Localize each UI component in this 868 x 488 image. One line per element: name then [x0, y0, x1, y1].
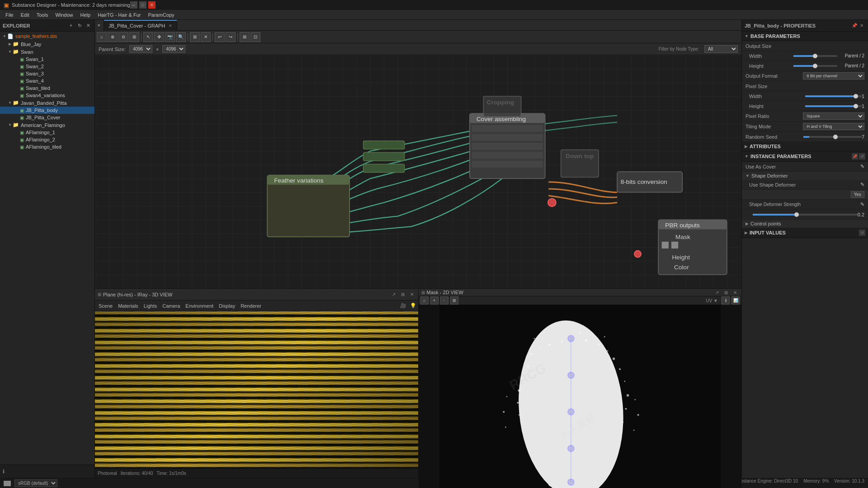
- section-attributes[interactable]: ▶ ATTRIBUTES: [742, 142, 868, 151]
- toolbar-display[interactable]: Display: [217, 303, 237, 309]
- menu-file[interactable]: File: [2, 11, 17, 19]
- toolbar-camera-icon[interactable]: 🎥: [400, 303, 406, 309]
- toolbar-btn-camera[interactable]: 📷: [165, 32, 175, 42]
- close-button[interactable]: ✕: [148, 1, 156, 9]
- shape-strength-edit[interactable]: ✎: [860, 202, 864, 207]
- 2d-toolbar-zoom-in[interactable]: +: [430, 296, 439, 305]
- toolbar-btn-search[interactable]: 🔍: [176, 32, 186, 42]
- toolbar-btn-move[interactable]: ✥: [154, 32, 164, 42]
- tree-item-swantiled[interactable]: ▣ Swan_tiled: [0, 84, 94, 92]
- toolbar-camera[interactable]: Camera: [160, 303, 182, 309]
- explorer-new-button[interactable]: +: [67, 22, 75, 29]
- graph-canvas-area[interactable]: RRCG 人人素材 人人素材: [95, 55, 741, 288]
- subsection-control-points[interactable]: ▶ Control points: [742, 220, 868, 228]
- tree-item-aflamingotiled[interactable]: ▣ AFlamingo_tiled: [0, 143, 94, 150]
- parent-width-select[interactable]: 4096 2048 1024: [129, 45, 152, 53]
- tree-item-swan2[interactable]: ▣ Swan_2: [0, 63, 94, 70]
- tree-item-bluejay[interactable]: ▶ 📁 Blue_Jay: [0, 40, 94, 48]
- tree-item-aflamingo1[interactable]: ▣ AFlamingo_1: [0, 129, 94, 136]
- section-input-values[interactable]: ▶ INPUT VALUES ↺: [742, 228, 868, 238]
- toolbar-btn-fit[interactable]: ⊞: [129, 32, 139, 42]
- maximize-button[interactable]: □: [139, 1, 146, 9]
- pixel-ratio-select[interactable]: Square 2:1: [803, 113, 865, 120]
- section-base-params[interactable]: ▼ BASE PARAMETERS: [742, 32, 868, 41]
- tree-item-swan4var[interactable]: ▣ Swan4_variations: [0, 92, 94, 99]
- filter-type-select[interactable]: All Generator Filter: [704, 45, 738, 53]
- minimize-button[interactable]: ─: [130, 1, 137, 9]
- tree-item-swan4[interactable]: ▣ Swan_4: [0, 77, 94, 84]
- panel-2d-expand[interactable]: ⊞: [722, 289, 730, 296]
- menu-paramcopy[interactable]: ParamCopy: [144, 11, 178, 19]
- shape-strength-track[interactable]: [753, 214, 858, 216]
- section-instance-params[interactable]: ▼ INSTANCE PARAMETERS 📌 ↺: [742, 151, 868, 162]
- explorer-refresh-button[interactable]: ↻: [76, 22, 83, 29]
- output-format-select[interactable]: 8 Bit per channel 16 Bit per channel: [803, 72, 865, 80]
- tab-explorer[interactable]: ≡: [95, 20, 104, 31]
- use-shape-deformer-edit[interactable]: ✎: [860, 182, 864, 188]
- tree-item-aflamingo2[interactable]: ▣ AFlamingo_2: [0, 136, 94, 143]
- panel-3d-content[interactable]: [95, 311, 418, 468]
- pixel-height-track[interactable]: [805, 105, 861, 107]
- menu-hairtg[interactable]: HairTG - Hair & Fur: [94, 11, 144, 19]
- random-seed-slider[interactable]: [803, 136, 861, 138]
- toolbar-btn-add-node[interactable]: ⊞: [190, 32, 200, 42]
- toolbar-btn-home[interactable]: ⌂: [97, 32, 107, 42]
- graph-tab-close[interactable]: ✕: [169, 23, 172, 28]
- width-slider[interactable]: [793, 55, 838, 57]
- toolbar-btn-zoom-in[interactable]: ⊕: [108, 32, 118, 42]
- toolbar-scene[interactable]: Scene: [97, 303, 114, 309]
- instance-params-pin[interactable]: 📌: [852, 153, 858, 160]
- tree-item-jbpittabody[interactable]: ▣ JB_Pitta_body: [0, 107, 94, 114]
- menu-window[interactable]: Window: [52, 11, 76, 19]
- toolbar-btn-grid[interactable]: ⊞: [240, 32, 250, 42]
- tab-graph[interactable]: JB_Pitta_Cover - GRAPH ✕: [104, 20, 177, 31]
- tree-item-swan[interactable]: ▼ 📁 Swan: [0, 48, 94, 56]
- toolbar-light-icon[interactable]: 💡: [410, 303, 416, 309]
- color-space-select[interactable]: sRGB (default): [14, 479, 57, 487]
- panel-3d-expand[interactable]: ⊞: [399, 291, 406, 298]
- 2d-toolbar-info[interactable]: ℹ: [722, 296, 730, 305]
- toolbar-btn-snap[interactable]: ⊡: [250, 32, 260, 42]
- menu-help[interactable]: Help: [77, 11, 94, 19]
- toolbar-btn-redo[interactable]: ↪: [226, 32, 236, 42]
- panel-2d-content[interactable]: RRCG 人人素材: [419, 305, 742, 488]
- info-icon[interactable]: ℹ: [3, 469, 5, 474]
- toolbar-lights[interactable]: Lights: [142, 303, 159, 309]
- props-close[interactable]: ✕: [858, 22, 865, 29]
- menu-tools[interactable]: Tools: [33, 11, 52, 19]
- tiling-mode-select[interactable]: H and V Tiling No Tiling: [803, 123, 865, 130]
- graph-tab-label: JB_Pitta_Cover - GRAPH: [108, 23, 165, 28]
- toolbar-btn-delete[interactable]: ✕: [201, 32, 211, 42]
- tree-item-sbs[interactable]: ▼ 📄 sample_feathers.sbs: [0, 33, 94, 40]
- 2d-toolbar-stats[interactable]: 📊: [731, 296, 740, 305]
- explorer-close-button[interactable]: ✕: [85, 22, 92, 29]
- 2d-toolbar-fit[interactable]: ⊞: [450, 296, 458, 305]
- toolbar-materials[interactable]: Materials: [116, 303, 140, 309]
- instance-params-reset[interactable]: ↺: [859, 153, 865, 160]
- pixel-width-track[interactable]: [805, 95, 861, 97]
- tree-item-jbpittacover[interactable]: ▣ JB_Pitta_Cover: [0, 114, 94, 121]
- toolbar-btn-undo[interactable]: ↩: [215, 32, 225, 42]
- subsection-shape-deformer[interactable]: ▼ Shape Deformer: [742, 172, 868, 180]
- parent-height-select[interactable]: 4096 2048 1024: [162, 45, 185, 53]
- toolbar-btn-select[interactable]: ↖: [143, 32, 153, 42]
- height-slider[interactable]: [793, 65, 838, 67]
- props-pin[interactable]: 📌: [851, 22, 858, 29]
- tree-item-flamingo[interactable]: ▼ 📁 American_Flamingo: [0, 121, 94, 129]
- menu-edit[interactable]: Edit: [17, 11, 33, 19]
- toolbar-btn-zoom-out[interactable]: ⊖: [118, 32, 128, 42]
- toolbar-environment[interactable]: Environment: [184, 303, 215, 309]
- explorer-content: ▼ 📄 sample_feathers.sbs ▶ 📁 Blue_Jay ▼ 📁…: [0, 32, 94, 465]
- tree-item-swan1[interactable]: ▣ Swan_1: [0, 56, 94, 63]
- panel-2d-close[interactable]: ✕: [731, 289, 739, 296]
- tree-item-swan3[interactable]: ▣ Swan_3: [0, 70, 94, 77]
- tree-item-jbpitta[interactable]: ▼ 📁 Javan_Banded_Pitta: [0, 99, 94, 107]
- panel-2d-undock[interactable]: ↗: [713, 289, 721, 296]
- 2d-toolbar-home[interactable]: ⌂: [420, 296, 429, 305]
- panel-3d-close[interactable]: ✕: [408, 291, 415, 298]
- panel-3d-undock[interactable]: ↗: [390, 291, 397, 298]
- toolbar-renderer[interactable]: Renderer: [239, 303, 263, 309]
- input-values-reset[interactable]: ↺: [859, 230, 865, 236]
- 2d-toolbar-zoom-out[interactable]: -: [440, 296, 448, 305]
- use-cover-edit[interactable]: ✎: [860, 164, 864, 169]
